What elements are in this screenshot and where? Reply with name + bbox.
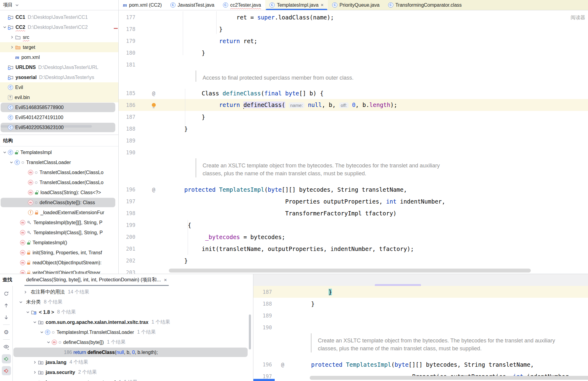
intention-bulb-icon[interactable]	[152, 103, 156, 107]
project-tree-row[interactable]: URLDNSD:\Desktop\JavaTester\URL	[0, 62, 118, 72]
diamond-red-button[interactable]	[2, 366, 11, 375]
editor-hscrollbar[interactable]	[169, 269, 531, 273]
diamond-green-button[interactable]	[2, 354, 11, 363]
editor-line-198[interactable]: 198 TransformerFactoryImpl tfactory)	[119, 207, 588, 219]
editor-line-179[interactable]: 179 return ret;	[119, 35, 588, 47]
find-result-row[interactable]: 186 return defineClass(null, b, 0, b.len…	[13, 347, 249, 357]
chevron-down-icon[interactable]	[8, 160, 15, 165]
editor-line-186[interactable]: 186 return defineClass( name: null, b, o…	[119, 99, 588, 111]
close-icon[interactable]: ×	[321, 2, 324, 8]
chevron-down-icon[interactable]	[24, 310, 31, 314]
project-tree-row[interactable]: CC2D:\Desktop\JavaTester\CC2	[0, 22, 118, 32]
gear-button[interactable]: ⚙	[2, 328, 11, 337]
chevron-right-icon[interactable]	[9, 35, 15, 39]
structure-row[interactable]: minit(String, Properties, int, Transf	[0, 248, 118, 258]
chevron-down-icon[interactable]	[1, 25, 8, 29]
editor-line-181[interactable]: 181	[119, 59, 588, 70]
project-tool-window-header[interactable]: 项目	[0, 0, 119, 10]
find-results-tab[interactable]: defineClass(String, byte[], int, int, Pr…	[24, 274, 169, 286]
editor-line-177[interactable]: 177 ret = super.loadClass(name);	[119, 11, 588, 23]
preview-line-196[interactable]: 196@ protected TemplatesImpl(byte[][] by…	[253, 359, 588, 370]
structure-row[interactable]: f_loadedExternalExtensionFur	[0, 208, 118, 218]
chevron-down-icon[interactable]	[38, 330, 45, 335]
editor-line-188[interactable]: 188 }	[119, 123, 588, 135]
editor-line-189[interactable]: 189	[119, 135, 588, 146]
preview-line-190[interactable]: 190	[253, 321, 588, 333]
find-result-row[interactable]: java.lang4 个结果	[13, 357, 249, 367]
structure-row[interactable]: mreadObject(ObjectInputStream):	[0, 258, 118, 268]
arrow-up-button[interactable]	[2, 301, 11, 310]
editor-line-196[interactable]: 196@ protected TemplatesImpl(byte[][] by…	[119, 184, 588, 195]
editor-line-178[interactable]: 178 }	[119, 23, 588, 35]
chevron-right-icon[interactable]	[22, 290, 29, 294]
chevron-down-icon[interactable]	[1, 150, 8, 155]
eye-button[interactable]	[2, 342, 11, 352]
editor-line-187[interactable]: 187 }	[119, 111, 588, 123]
project-tree-row[interactable]: CEvil540220533623100	[0, 122, 118, 132]
chevron-down-icon[interactable]	[17, 300, 24, 304]
chevron-right-icon[interactable]	[31, 360, 38, 365]
structure-row[interactable]: mwriteObject(ObjectOutputStrear	[0, 268, 118, 274]
find-result-row[interactable]: java.security2 个结果	[13, 367, 249, 377]
project-tree-row[interactable]: CEvil	[0, 82, 118, 92]
find-result-row[interactable]: 在注释中的用法14 个结果	[13, 287, 249, 297]
preview-line-189[interactable]: 189	[253, 310, 588, 321]
tab-cc2Tester.java[interactable]: Ccc2Tester.java	[219, 0, 265, 10]
chevron-right-icon[interactable]	[9, 45, 15, 50]
structure-row[interactable]: mTransletClassLoader(ClassLo	[0, 177, 118, 187]
tab-pom.xml (CC2)[interactable]: mpom.xml (CC2)	[119, 0, 166, 10]
tab-TemplatesImpl.java[interactable]: CTemplatesImpl.java×	[265, 0, 328, 10]
tab-JavasistTest.java[interactable]: CJavasistTest.java	[166, 0, 219, 10]
chevron-down-icon[interactable]	[45, 340, 52, 345]
project-tree-row[interactable]: target	[0, 42, 118, 52]
project-tree-row[interactable]: ysoserialD:\Desktop\JavaTester\ys	[0, 72, 118, 82]
main-editor[interactable]: 177 ret = super.loadClass(name);178 }179…	[119, 10, 588, 274]
chevron-down-icon[interactable]	[15, 3, 19, 8]
preview-line-188[interactable]: 188 }	[253, 298, 588, 310]
project-tree-row[interactable]: CEvil514683585778900	[0, 102, 118, 112]
reader-mode-badge[interactable]: 阅读器	[571, 15, 585, 21]
find-result-row[interactable]: < 1.8 >8 个结果	[13, 307, 249, 317]
find-result-row[interactable]: com.sun.org.apache.xalan.internal.xsltc.…	[13, 317, 249, 327]
editor-line-190[interactable]: 190	[119, 146, 588, 158]
editor-line-202[interactable]: 202 }	[119, 255, 588, 266]
structure-row[interactable]: mTemplatesImpl()	[0, 238, 118, 248]
project-tree-row[interactable]: src	[0, 32, 118, 42]
chevron-right-icon[interactable]	[31, 370, 38, 375]
preview-hscrollbar[interactable]	[310, 376, 588, 380]
tab-PriorityQueue.java[interactable]: CPriorityQueue.java	[328, 0, 384, 10]
structure-row[interactable]: CTransletClassLoader	[0, 157, 118, 167]
preview-editor[interactable]: 187 }188 }189190Create an XSLTC template…	[253, 286, 588, 381]
arrow-down-button[interactable]	[2, 313, 11, 322]
find-result-row[interactable]: CTemplatesImpl.TransletClassLoader1 个结果	[13, 327, 249, 337]
usage-preview-pane[interactable]: 187 }188 }189190Create an XSLTC template…	[253, 274, 588, 381]
close-icon[interactable]: ×	[164, 277, 167, 283]
refresh-button[interactable]	[2, 289, 11, 298]
chevron-down-icon[interactable]	[31, 320, 38, 324]
editor-line-180[interactable]: 180 }	[119, 47, 588, 59]
tab-TransformingComparator.class[interactable]: CTransformingComparator.class	[384, 0, 466, 10]
structure-row[interactable]: mTransletClassLoader(ClassLo	[0, 167, 118, 177]
editor-line-197[interactable]: 197 Properties outputProperties, int ind…	[119, 195, 588, 207]
editor-line-201[interactable]: 201 init(transletName, outputProperties,…	[119, 243, 588, 255]
find-tree-vscrollbar[interactable]	[249, 314, 251, 349]
find-result-row[interactable]: mdefineClass(byte[])1 个结果	[13, 337, 249, 347]
structure-row[interactable]: CTemplatesImpl	[0, 147, 118, 157]
structure-row[interactable]: mTemplatesImpl(byte[][], String, P	[0, 218, 118, 228]
preview-line-187[interactable]: 187 }	[253, 286, 588, 298]
structure-row[interactable]: mloadClass(String): Class<?>	[0, 187, 118, 197]
gutter-annotation[interactable]	[148, 102, 160, 108]
project-tree-row[interactable]: mpom.xml	[0, 52, 118, 62]
project-tree-row[interactable]: ?evil.bin	[0, 92, 118, 102]
find-result-row[interactable]: javax.management.remote.rmi1 个结果	[13, 377, 249, 381]
find-result-row[interactable]: 未分类8 个结果	[13, 297, 249, 307]
project-tree-row[interactable]: CEvil540142274191100	[0, 112, 118, 122]
editor-line-185[interactable]: 185@ Class defineClass(final byte[] b) {	[119, 87, 588, 99]
editor-line-199[interactable]: 199 {	[119, 219, 588, 231]
structure-row[interactable]: mdefineClass(byte[]): Class	[0, 197, 118, 208]
structure-row[interactable]: mTemplatesImpl(Class[], String, P	[0, 228, 118, 238]
project-tree-row[interactable]: CC1D:\Desktop\JavaTester\CC1	[0, 12, 118, 22]
editor-line-200[interactable]: 200 _bytecodes = bytecodes;	[119, 231, 588, 243]
structure-panel-header[interactable]: 结构	[0, 135, 118, 146]
error-stripe-mark[interactable]	[114, 28, 118, 29]
